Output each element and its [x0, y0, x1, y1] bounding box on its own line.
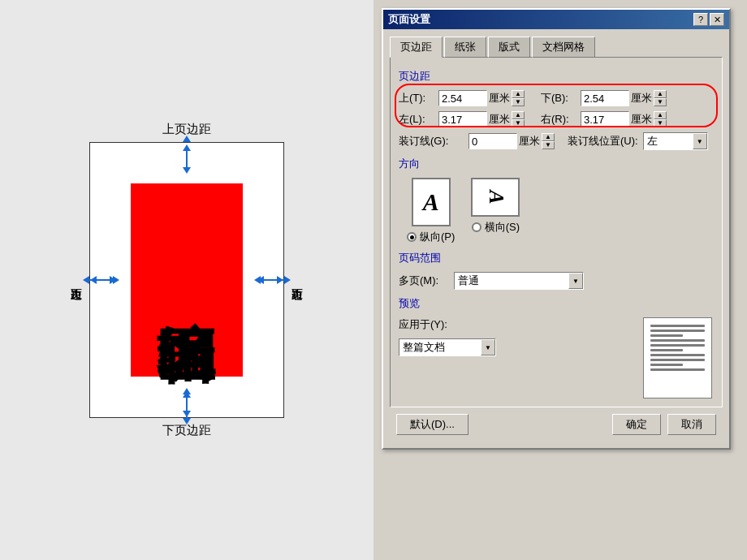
right-spin-down[interactable]: ▼ [654, 119, 667, 127]
gutter-pos-select[interactable]: 左 ▼ [643, 132, 708, 150]
bottom-spin-up[interactable]: ▲ [654, 90, 667, 98]
top-bottom-row: 上(T): 厘米 ▲ ▼ [399, 90, 714, 106]
left-right-row: 左(L): 厘米 ▲ ▼ [399, 111, 714, 127]
gutter-spin-up[interactable]: ▲ [542, 133, 555, 141]
preview-page [643, 317, 712, 398]
tabs: 页边距 纸张 版式 文档网格 [390, 36, 723, 57]
top-label: 上(T): [399, 91, 435, 106]
portrait-radio[interactable] [407, 232, 417, 242]
portrait-option[interactable]: A 纵向(P) [407, 178, 455, 244]
left-margin-row: 左(L): 厘米 ▲ ▼ [399, 111, 525, 127]
top-margin-row: 上(T): 厘米 ▲ ▼ [399, 90, 525, 106]
ok-cancel-group: 确定 取消 [612, 414, 716, 435]
gutter-row: 装订线(G): 厘米 ▲ ▼ 装订线位置(U): 左 ▼ [399, 132, 714, 150]
titlebar-buttons: ? ✕ [693, 13, 724, 26]
orientation-section: 方向 A 纵向(P) [399, 157, 714, 244]
dialog: 页面设置 ? ✕ 页边距 纸张 版式 文档网格 页边距 [382, 8, 731, 450]
tab-docgrid[interactable]: 文档网格 [532, 37, 595, 58]
gutter-pos-arrow[interactable]: ▼ [693, 133, 707, 149]
right-input-group: 厘米 ▲ ▼ [581, 111, 667, 127]
right-panel: 页面设置 ? ✕ 页边距 纸张 版式 文档网格 页边距 [374, 0, 747, 560]
bottom-spin-down[interactable]: ▼ [654, 98, 667, 106]
pages-section: 页码范围 多页(M): 普通 ▼ [399, 251, 714, 290]
right-arrow [257, 276, 291, 284]
top-spinner[interactable]: ▲ ▼ [512, 90, 525, 106]
margins-section-label: 页边距 [399, 69, 714, 84]
ok-button[interactable]: 确定 [612, 414, 661, 435]
gutter-pos-label: 装订线位置(U): [568, 134, 638, 149]
dialog-title: 页面设置 [388, 12, 430, 27]
bottom-arrow [183, 391, 191, 424]
right-margin-row: 右(R): 厘米 ▲ ▼ [541, 111, 667, 127]
preview-right [641, 317, 714, 398]
tab-layout[interactable]: 版式 [488, 37, 530, 58]
portrait-label-row: 纵向(P) [407, 230, 455, 244]
gutter-input-group: 厘米 ▲ ▼ [468, 133, 555, 149]
right-margin-input[interactable] [581, 111, 629, 127]
gutter-input[interactable] [468, 133, 517, 149]
preview-left: 应用于(Y): 整篇文档 ▼ [399, 317, 633, 398]
apply-label: 应用于(Y): [399, 317, 464, 332]
inner-top-arrow [183, 143, 191, 174]
right-label: 右(R): [541, 112, 577, 127]
preview-content: 应用于(Y): 整篇文档 ▼ [399, 317, 714, 398]
dialog-titlebar: 页面设置 ? ✕ [383, 10, 729, 29]
gutter-label: 装订线(G): [399, 134, 464, 149]
bottom-margin-row: 下(B): 厘米 ▲ ▼ [541, 90, 667, 106]
margins-container: 上(T): 厘米 ▲ ▼ [399, 90, 714, 127]
tab-margins[interactable]: 页边距 [390, 37, 443, 58]
bottom-spinner[interactable]: ▲ ▼ [654, 90, 667, 106]
tab-paper[interactable]: 纸张 [444, 37, 486, 58]
multiple-select[interactable]: 普通 ▼ [454, 272, 584, 290]
edit-area: 编辑区 [131, 183, 243, 377]
apply-select[interactable]: 整篇文档 ▼ [399, 338, 496, 356]
top-spin-down[interactable]: ▼ [512, 98, 525, 106]
bottom-margin-input[interactable] [581, 90, 629, 106]
landscape-option[interactable]: A 横向(S) [471, 178, 520, 244]
page-range-row: 多页(M): 普通 ▼ [399, 272, 714, 290]
bottom-input-group: 厘米 ▲ ▼ [581, 90, 667, 106]
left-panel: 上页边距 [0, 0, 374, 560]
bottom-margin-label: 下页边距 [162, 423, 211, 438]
left-spin-up[interactable]: ▲ [512, 111, 525, 119]
pages-section-label: 页码范围 [399, 251, 714, 265]
dialog-footer: 默认(D)... 确定 取消 [390, 407, 723, 442]
tab-content: 页边距 上(T): 厘米 ▲ [390, 57, 723, 407]
main-container: 上页边距 [0, 0, 747, 560]
preview-section: 预览 应用于(Y): 整篇文档 ▼ [399, 296, 714, 398]
top-spin-up[interactable]: ▲ [512, 90, 525, 98]
multiple-arrow[interactable]: ▼ [568, 273, 583, 289]
portrait-label: 纵向(P) [420, 230, 455, 244]
landscape-radio[interactable] [472, 222, 481, 232]
apply-row: 应用于(Y): [399, 317, 633, 332]
close-button[interactable]: ✕ [710, 13, 724, 26]
edit-area-text: 编辑区 [148, 274, 226, 286]
multiple-value: 普通 [455, 274, 568, 288]
gutter-pos-value: 左 [644, 134, 693, 149]
help-button[interactable]: ? [693, 13, 708, 26]
gutter-spin-down[interactable]: ▼ [542, 141, 555, 149]
right-spin-up[interactable]: ▲ [654, 111, 667, 119]
default-button[interactable]: 默认(D)... [396, 414, 468, 435]
right-spinner[interactable]: ▲ ▼ [654, 111, 667, 127]
left-spin-down[interactable]: ▼ [512, 119, 525, 127]
preview-label: 预览 [399, 296, 714, 311]
left-label: 左(L): [399, 112, 435, 127]
outer-page: 编辑区 [89, 142, 284, 418]
landscape-label-row: 横向(S) [472, 220, 520, 235]
landscape-label: 横向(S) [485, 220, 520, 235]
gutter-spinner[interactable]: ▲ ▼ [542, 133, 555, 149]
bottom-label: 下(B): [541, 91, 577, 106]
cancel-button[interactable]: 取消 [667, 414, 716, 435]
orientation-row: A 纵向(P) [407, 178, 714, 244]
apply-arrow[interactable]: ▼ [481, 339, 495, 355]
top-input-group: 厘米 ▲ ▼ [438, 90, 525, 106]
apply-value: 整篇文档 [399, 340, 481, 355]
left-spinner[interactable]: ▲ ▼ [512, 111, 525, 127]
left-arrow [83, 276, 116, 284]
multiple-label: 多页(M): [399, 274, 447, 288]
top-margin-input[interactable] [438, 90, 487, 106]
portrait-icon: A [412, 178, 451, 226]
left-margin-input[interactable] [438, 111, 487, 127]
orientation-label: 方向 [399, 157, 714, 171]
